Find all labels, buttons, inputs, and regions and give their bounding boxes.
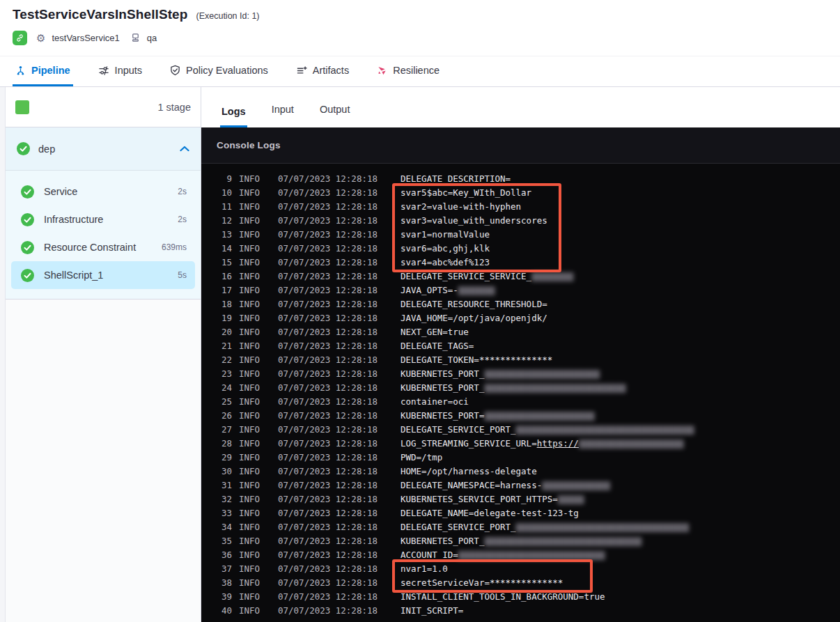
log-row: 14INFO07/07/2023 12:28:18svar6=abc,ghj,k… (201, 242, 840, 256)
stage-count-label: 1 stage (157, 102, 191, 113)
tab-resilience-label: Resilience (393, 65, 440, 76)
step-label: ShellScript_1 (44, 270, 103, 281)
step-label: Service (44, 186, 77, 197)
log-row: 18INFO07/07/2023 12:28:18DELEGATE_RESOUR… (201, 297, 840, 311)
log-row: 23INFO07/07/2023 12:28:18KUBERNETES_PORT… (201, 367, 840, 381)
service-name[interactable]: testVarsService1 (52, 33, 119, 43)
pipeline-icon (15, 65, 26, 76)
stage-group-dep[interactable]: dep (6, 127, 201, 171)
tab-policy-evaluations-label: Policy Evaluations (186, 65, 268, 76)
log-row: 12INFO07/07/2023 12:28:18svar3=value_wit… (201, 214, 840, 228)
resilience-icon (377, 65, 387, 76)
redacted-text: ▇▇▇▇▇▇▇▇▇▇▇▇▇▇▇▇▇▇▇▇▇▇▇▇▇▇▇ (484, 382, 625, 393)
log-row: 33INFO07/07/2023 12:28:18DELEGATE_NAME=d… (201, 506, 840, 520)
success-check-icon (21, 269, 34, 282)
step-list: Service 2s Infrastructure 2s (6, 171, 201, 300)
tab-output[interactable]: Output (318, 104, 352, 127)
policy-shield-icon (170, 65, 180, 76)
redacted-text: ▇▇▇▇▇▇▇▇ (531, 271, 573, 281)
log-row: 27INFO07/07/2023 12:28:18DELEGATE_SERVIC… (201, 423, 840, 437)
log-row: 21INFO07/07/2023 12:28:18DELEGATE_TAGS= (201, 339, 840, 353)
redacted-text: ▇▇▇▇▇▇▇▇▇▇▇▇▇▇▇▇▇▇▇▇▇▇▇▇▇▇▇▇▇▇▇▇▇ (516, 522, 689, 532)
execution-tabbar: Pipeline Inputs Policy Evaluations Artif… (0, 56, 840, 87)
artifacts-icon (296, 65, 307, 76)
success-check-icon (21, 241, 34, 254)
log-row: 40INFO07/07/2023 12:28:18INIT_SCRIPT= (201, 604, 840, 618)
service-link-icon (13, 31, 27, 45)
log-row: 32INFO07/07/2023 12:28:18KUBERNETES_SERV… (201, 492, 840, 506)
redacted-text: ▇▇▇▇▇▇▇▇▇▇▇▇▇ (542, 480, 610, 490)
log-row: 11INFO07/07/2023 12:28:18svar2=value-wit… (201, 200, 840, 214)
log-row: 37INFO07/07/2023 12:28:18nvar1=1.0 (201, 562, 840, 576)
log-row: 34INFO07/07/2023 12:28:18DELEGATE_SERVIC… (201, 520, 840, 534)
page-title: TestServiceVarsInShellStep (13, 7, 187, 22)
redacted-text: ▇▇▇▇▇▇▇▇▇▇▇▇▇▇▇▇▇▇▇▇▇▇▇▇▇▇▇▇▇▇▇▇▇▇ (516, 424, 694, 435)
tab-policy-evaluations[interactable]: Policy Evaluations (167, 56, 271, 86)
log-row: 28INFO07/07/2023 12:28:18LOG_STREAMING_S… (201, 437, 840, 451)
execution-sidebar: 1 stage dep Servic (0, 87, 201, 622)
step-duration: 639ms (162, 242, 187, 252)
log-row: 39INFO07/07/2023 12:28:18INSTALL_CLIENT_… (201, 590, 840, 604)
log-row: 26INFO07/07/2023 12:28:18KUBERNETES_PORT… (201, 409, 840, 423)
environment-icon (130, 33, 141, 43)
redacted-text: ▇▇▇▇▇▇▇▇▇▇▇▇▇▇▇▇▇▇▇▇▇▇▇▇▇▇▇▇ (458, 550, 605, 560)
redacted-text: ▇▇▇▇▇ (558, 494, 584, 504)
inputs-icon (98, 65, 109, 76)
log-row: 30INFO07/07/2023 12:28:18HOME=/opt/harne… (201, 465, 840, 479)
console-log-area[interactable]: 9INFO07/07/2023 12:28:18DELEGATE_DESCRIP… (201, 164, 840, 622)
log-row: 25INFO07/07/2023 12:28:18container=oci (201, 395, 840, 409)
log-row: 17INFO07/07/2023 12:28:18JAVA_OPTS=-▇▇▇▇… (201, 283, 840, 297)
tab-inputs-label: Inputs (115, 65, 143, 76)
stage-group-label: dep (38, 143, 55, 155)
log-row: 10INFO07/07/2023 12:28:18svar5$abc=Key_W… (201, 186, 840, 200)
redacted-text: ▇▇▇▇▇▇▇▇▇▇▇▇▇▇▇▇▇▇▇▇▇▇▇▇▇▇▇▇▇▇ (484, 536, 641, 546)
success-check-icon (21, 185, 34, 199)
step-resource-constraint[interactable]: Resource Constraint 639ms (11, 233, 195, 261)
step-duration: 2s (178, 215, 187, 224)
execution-page: TestServiceVarsInShellStep (Execution Id… (0, 0, 840, 622)
console-panel: Console Logs 9INFO07/07/2023 12:28:18DEL… (201, 127, 840, 622)
success-check-icon (17, 142, 30, 155)
collapsed-nav-rail (0, 87, 6, 622)
tab-logs[interactable]: Logs (220, 106, 247, 127)
console-logs-header[interactable]: Console Logs (201, 127, 840, 164)
console-logs-title: Console Logs (217, 140, 281, 150)
sidebar-empty-area (6, 300, 201, 622)
log-row: 22INFO07/07/2023 12:28:18DELEGATE_TOKEN=… (201, 353, 840, 367)
tab-inputs[interactable]: Inputs (95, 56, 146, 86)
execution-header: TestServiceVarsInShellStep (Execution Id… (0, 0, 840, 56)
tab-artifacts-label: Artifacts (313, 65, 349, 76)
log-row: 15INFO07/07/2023 12:28:18svar4=abc%def%1… (201, 256, 840, 270)
redacted-text: ▇▇▇▇▇▇▇▇▇▇▇▇▇▇▇▇▇▇▇▇▇ (484, 410, 594, 421)
tab-artifacts[interactable]: Artifacts (293, 56, 352, 86)
step-details-tabbar: Logs Input Output (201, 87, 840, 127)
log-row: 29INFO07/07/2023 12:28:18PWD=/tmp (201, 451, 840, 465)
step-infrastructure[interactable]: Infrastructure 2s (11, 205, 195, 233)
execution-id: (Execution Id: 1) (196, 11, 259, 21)
log-row: 36INFO07/07/2023 12:28:18ACCOUNT_ID=▇▇▇▇… (201, 548, 840, 562)
step-service[interactable]: Service 2s (11, 178, 195, 205)
log-row: 19INFO07/07/2023 12:28:18JAVA_HOME=/opt/… (201, 311, 840, 325)
tab-input[interactable]: Input (270, 104, 295, 127)
environment-name[interactable]: qa (147, 33, 157, 43)
log-row: 24INFO07/07/2023 12:28:18KUBERNETES_PORT… (201, 381, 840, 395)
success-check-icon (21, 213, 34, 226)
log-row: 16INFO07/07/2023 12:28:18DELEGATE_SERVIC… (201, 270, 840, 283)
step-shellscript-1[interactable]: ShellScript_1 5s (11, 261, 195, 289)
log-row: 31INFO07/07/2023 12:28:18DELEGATE_NAMESP… (201, 479, 840, 492)
stage-status-square[interactable] (15, 100, 29, 114)
redacted-text: ▇▇▇▇▇▇▇▇▇▇▇▇▇▇▇▇▇▇▇▇▇▇ (484, 368, 600, 379)
step-details-pane: Logs Input Output Console Logs 9INFO07/0… (201, 87, 840, 622)
redacted-text: ▇▇▇▇▇▇▇▇▇▇▇▇▇▇▇▇▇▇▇▇ (579, 438, 684, 449)
redacted-text: ▇▇▇▇▇▇▇ (458, 285, 495, 295)
chevron-up-icon[interactable] (180, 146, 189, 152)
gear-icon[interactable]: ⚙ (36, 33, 45, 43)
tab-pipeline-label: Pipeline (31, 65, 70, 76)
log-row: 35INFO07/07/2023 12:28:18KUBERNETES_PORT… (201, 534, 840, 548)
log-row: 38INFO07/07/2023 12:28:18secretServiceVa… (201, 576, 840, 590)
stage-summary-bar: 1 stage (6, 87, 201, 127)
log-row: 9INFO07/07/2023 12:28:18DELEGATE_DESCRIP… (201, 172, 840, 186)
tab-resilience[interactable]: Resilience (374, 56, 442, 86)
tab-pipeline[interactable]: Pipeline (13, 56, 73, 86)
step-label: Resource Constraint (44, 242, 136, 253)
